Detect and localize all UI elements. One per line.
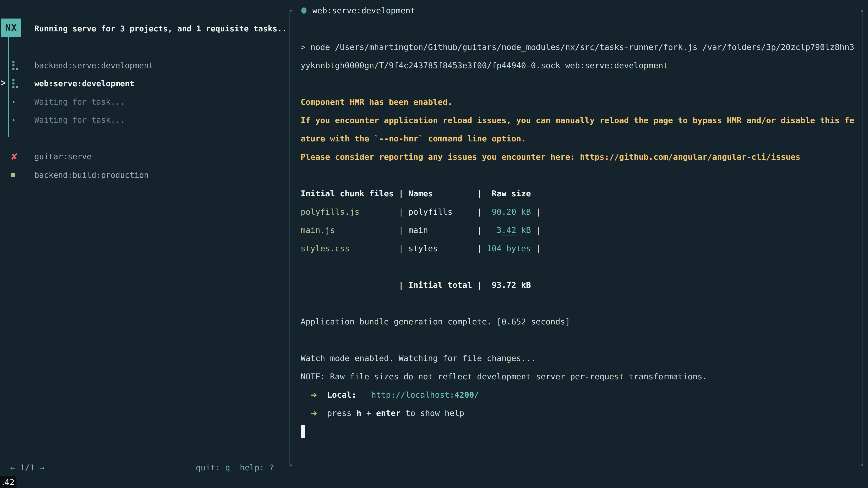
text-segment: 90.20 kB: [487, 207, 531, 217]
text-segment: 3: [487, 225, 502, 235]
keyboard-hints: quit: q help: ?: [196, 462, 274, 474]
text-segment: .42: [502, 225, 516, 235]
terminal-line: [301, 294, 856, 313]
terminal-line: polyfills.js | polyfills | 90.20 kB |: [301, 203, 856, 221]
text-segment: +: [362, 409, 376, 418]
spacer: [35, 463, 39, 472]
text-segment: 104 bytes: [487, 244, 531, 253]
text-segment: yyknnbtgh0000gn/T/9f4c243785f8453e3f00/f…: [301, 61, 668, 70]
failed-cross-icon: ✘: [10, 148, 18, 166]
text-segment: Local:: [327, 390, 356, 399]
text-segment: NOTE: Raw file sizes do not reflect deve…: [301, 372, 707, 381]
nx-logo: NX: [1, 19, 21, 37]
pane-title-label: web:serve:development: [312, 6, 415, 15]
text-segment: Component HMR has been enabled.: [301, 97, 453, 107]
terminal-line: yyknnbtgh0000gn/T/9f4c243785f8453e3f00/f…: [301, 56, 856, 74]
text-segment: main.js: [301, 225, 399, 235]
text-segment: | polyfills |: [399, 207, 487, 217]
spinner-dots: [12, 61, 14, 63]
quit-hint-label: quit:: [196, 463, 225, 472]
page-indicator: [15, 463, 20, 472]
text-segment: |: [531, 244, 541, 253]
spinner-icon: [12, 61, 18, 70]
text-segment: > node /Users/mhartington/Github/guitars…: [301, 42, 854, 52]
spinner-icon: [12, 79, 18, 88]
terminal-line: [301, 331, 856, 349]
text-segment: |: [531, 207, 541, 217]
text-segment: [301, 390, 310, 399]
waiting-dot-icon: [13, 101, 14, 103]
text-segment: Watch mode enabled. Watching for file ch…: [301, 354, 536, 363]
help-key: ?: [269, 463, 274, 472]
task-row-backend-build-production[interactable]: backend:build:production: [0, 166, 289, 184]
terminal-line: > node /Users/mhartington/Github/guitars…: [301, 38, 856, 56]
run-summary-title: Running serve for 3 projects, and 1 requ…: [34, 22, 287, 35]
help-hint-label: help:: [230, 463, 269, 472]
text-segment: enter: [376, 409, 401, 418]
terminal-line: | Initial total | 93.72 kB: [301, 276, 856, 294]
text-segment: [356, 390, 371, 399]
terminal-line: NOTE: Raw file sizes do not reflect deve…: [301, 367, 856, 386]
text-segment: Initial chunk files | Names | Raw size: [301, 189, 531, 198]
terminal-line: If you encounter application reload issu…: [301, 111, 856, 129]
text-segment: h: [356, 409, 362, 418]
terminal-line: Application bundle generation complete. …: [301, 313, 856, 331]
quit-key: q: [225, 463, 230, 472]
terminal-line: [301, 166, 856, 184]
page-next-arrow-icon[interactable]: →: [39, 463, 44, 472]
terminal-line: [301, 422, 856, 441]
text-segment: | Initial total | 93.72 kB: [301, 281, 531, 290]
task-row-guitar-serve[interactable]: ✘guitar:serve: [0, 148, 289, 166]
task-label: guitar:serve: [34, 148, 92, 166]
sidebar: NX Running serve for 3 projects, and 1 r…: [0, 0, 289, 488]
task-row-backend-serve-development[interactable]: backend:serve:development: [0, 57, 289, 74]
text-segment: to show help: [401, 409, 464, 418]
nx-tui-screen: NX Running serve for 3 projects, and 1 r…: [0, 0, 868, 488]
text-segment: [317, 390, 327, 399]
terminal-line: [301, 74, 856, 93]
terminal-line: Watch mode enabled. Watching for file ch…: [301, 349, 856, 367]
text-segment: styles.css: [301, 244, 399, 253]
task-label: backend:serve:development: [34, 57, 153, 74]
selected-task-caret-icon: >: [0, 76, 6, 89]
local-url-link[interactable]: http://localhost:: [371, 390, 454, 399]
text-segment: ➜: [310, 390, 317, 399]
waiting-dot-icon: [13, 119, 14, 121]
success-square-icon: [11, 173, 16, 177]
pagination: ← 1/1 →: [10, 462, 44, 474]
spinner-dots: [12, 79, 14, 81]
issues-url-link[interactable]: https://github.com/angular/angular-cli/i…: [580, 152, 800, 162]
terminal-line: Initial chunk files | Names | Raw size: [301, 184, 856, 203]
local-url-port[interactable]: 4200: [454, 390, 474, 399]
terminal-line: ➜ press h + enter to show help: [301, 404, 856, 422]
task-row-web-serve-development[interactable]: >web:serve:development: [0, 74, 289, 93]
text-segment: | main |: [399, 225, 487, 235]
terminal-output: > node /Users/mhartington/Github/guitars…: [290, 10, 863, 466]
terminal-line: ➜ Local: http://localhost:4200/: [301, 386, 856, 404]
page-prev-arrow-icon[interactable]: ←: [10, 463, 15, 472]
text-segment: |: [531, 225, 541, 235]
recording-timer-overlay: .42: [0, 476, 17, 488]
terminal-line: Please consider reporting any issues you…: [301, 148, 856, 166]
text-segment: ➜: [310, 409, 317, 418]
page-number: 1/1: [20, 463, 35, 472]
task-row-waiting-for-task-[interactable]: Waiting for task...: [0, 111, 289, 129]
terminal-line: Component HMR has been enabled.: [301, 93, 856, 111]
task-row-waiting-for-task-[interactable]: Waiting for task...: [0, 93, 289, 111]
terminal-line: styles.css | styles | 104 bytes |: [301, 239, 856, 258]
terminal-line: [301, 258, 856, 276]
local-url-slash[interactable]: /: [474, 390, 479, 399]
text-segment: | styles |: [399, 244, 487, 253]
text-cursor: [301, 425, 305, 438]
task-output-pane[interactable]: web:serve:development > node /Users/mhar…: [289, 10, 863, 466]
terminal-line: main.js | main | 3.42 kB |: [301, 221, 856, 239]
task-label: Waiting for task...: [34, 111, 125, 129]
task-status-dot-icon: [301, 7, 307, 13]
text-segment: kB: [516, 225, 531, 235]
text-segment: Application bundle generation complete. …: [301, 317, 570, 326]
text-segment: Please consider reporting any issues you…: [301, 152, 580, 162]
text-segment: polyfills.js: [301, 207, 399, 217]
task-label: Waiting for task...: [34, 93, 125, 111]
text-segment: press: [327, 409, 356, 418]
task-label: backend:build:production: [34, 166, 149, 184]
